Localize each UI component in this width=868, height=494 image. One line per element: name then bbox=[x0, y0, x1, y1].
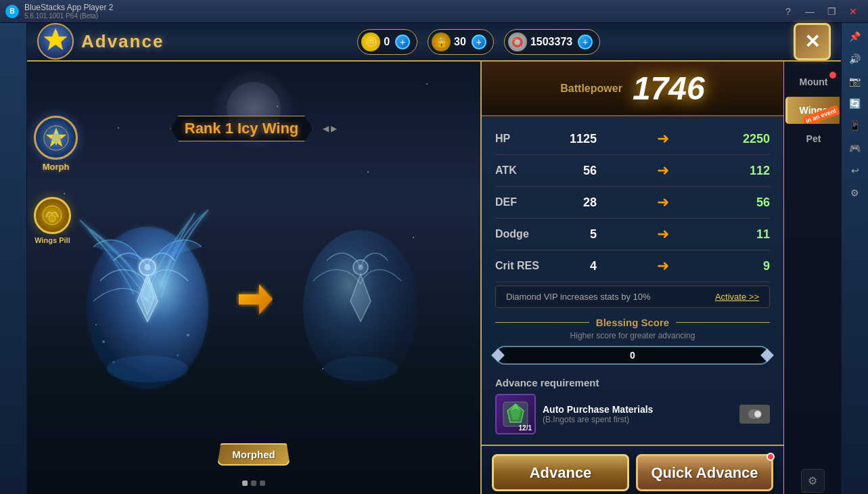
bs-tool-6[interactable]: 🎮 bbox=[845, 138, 865, 158]
top-bar: Advance 🪙 0 + 🔒 30 + ⭕ 1503373 bbox=[27, 23, 841, 62]
morphed-badge: Morphed bbox=[217, 443, 290, 466]
tab-mount[interactable]: Mount bbox=[785, 68, 840, 95]
req-toggle-button[interactable] bbox=[739, 405, 770, 424]
advance-icon bbox=[37, 23, 74, 60]
left-sidebar bbox=[0, 23, 27, 494]
bs-tool-7[interactable]: ↩ bbox=[845, 160, 865, 181]
req-info: Auto Purchase Materials (B.Ingots are sp… bbox=[543, 404, 733, 424]
req-item-name: Auto Purchase Materials bbox=[543, 404, 733, 415]
svg-point-15 bbox=[107, 355, 188, 382]
svg-point-25 bbox=[323, 357, 398, 381]
stat-val-dodge: 5 bbox=[556, 227, 597, 242]
gold-value: 0 bbox=[384, 36, 390, 48]
page-dot-2[interactable] bbox=[251, 480, 256, 486]
morph-badge bbox=[34, 116, 78, 160]
silver-currency: ⭕ 1503373 + bbox=[504, 29, 600, 55]
stat-row-atk: ATK 56 ➜ 112 bbox=[495, 155, 770, 187]
battlepower-header: Battlepower 1746 bbox=[482, 62, 783, 116]
blessing-title-text: Blessing Score bbox=[596, 317, 669, 328]
star-decoration bbox=[277, 106, 278, 107]
gold-currency: 🪙 0 + bbox=[357, 29, 417, 55]
settings-tool-icon[interactable]: ⚙ bbox=[801, 469, 825, 493]
blessing-subtitle: Higher score for greater advancing bbox=[495, 331, 770, 340]
left-wing-art bbox=[73, 206, 222, 396]
svg-point-5 bbox=[52, 134, 60, 142]
rank-title-badge: Rank 1 Icy Wing bbox=[170, 116, 313, 141]
page-dot-1[interactable] bbox=[242, 480, 248, 486]
next-wing bbox=[286, 206, 435, 396]
svg-point-19 bbox=[177, 354, 179, 356]
stat-val-hp: 1125 bbox=[556, 132, 597, 146]
help-button[interactable]: ? bbox=[779, 4, 798, 19]
game-content: Advance 🪙 0 + 🔒 30 + ⭕ 1503373 bbox=[27, 23, 841, 494]
svg-point-14 bbox=[144, 264, 151, 271]
app-version: 5.6.101.1001 P64 (Beta) bbox=[24, 12, 113, 20]
rank-title-container: Rank 1 Icy Wing ◀ ▶ bbox=[170, 116, 338, 141]
req-item-count: 12/1 bbox=[519, 424, 532, 432]
blessing-value: 0 bbox=[630, 350, 635, 361]
quick-advance-button[interactable]: Quick Advance bbox=[636, 454, 773, 491]
ingot-value: 30 bbox=[454, 36, 466, 48]
next-rank-arrow[interactable]: ▶ bbox=[331, 124, 337, 133]
mount-notification-dot bbox=[829, 72, 836, 78]
rank-nav-arrows: ◀ ▶ bbox=[323, 124, 337, 133]
advance-arrow-icon bbox=[235, 281, 273, 318]
stat-arrow-dodge: ➜ bbox=[603, 225, 723, 243]
tab-mount-label: Mount bbox=[791, 76, 836, 87]
progress-diamond-right bbox=[760, 349, 774, 362]
tab-wings[interactable]: Wings in an event bbox=[785, 97, 840, 124]
stat-arrow-def: ➜ bbox=[603, 194, 723, 211]
stat-row-def: DEF 28 ➜ 56 bbox=[495, 187, 770, 219]
stat-val-atk: 56 bbox=[556, 164, 597, 178]
vip-text: Diamond VIP increases stats by 10% bbox=[506, 292, 651, 302]
stats-panel: Battlepower 1746 HP 1125 ➜ 2250 ATK 56 bbox=[480, 62, 783, 494]
wings-container bbox=[27, 156, 480, 445]
stat-row-hp: HP 1125 ➜ 2250 bbox=[495, 123, 770, 155]
stat-val-critres: 4 bbox=[556, 259, 597, 273]
silver-add-button[interactable]: + bbox=[578, 35, 593, 49]
stat-new-critres: 9 bbox=[729, 259, 770, 273]
toggle-icon bbox=[748, 409, 762, 419]
stat-name-dodge: Dodge bbox=[495, 228, 549, 240]
tab-pet-label: Pet bbox=[791, 133, 836, 144]
blessing-section: Blessing Score Higher score for greater … bbox=[495, 311, 770, 374]
battlepower-value: 1746 bbox=[633, 70, 705, 107]
right-wing-art bbox=[286, 206, 435, 396]
bs-tool-5[interactable]: 📱 bbox=[845, 116, 865, 136]
tab-pet[interactable]: Pet bbox=[785, 125, 840, 152]
ingot-add-button[interactable]: + bbox=[472, 35, 486, 49]
title-bar-right: ? — ❐ ✕ bbox=[779, 4, 863, 19]
stat-val-def: 28 bbox=[556, 196, 597, 210]
close-window-button[interactable]: ✕ bbox=[844, 4, 863, 19]
gold-icon: 🪙 bbox=[361, 32, 380, 51]
bs-tool-1[interactable]: 📌 bbox=[845, 26, 865, 47]
vip-activate-button[interactable]: Activate >> bbox=[715, 292, 759, 302]
gold-add-button[interactable]: + bbox=[395, 35, 410, 49]
svg-point-18 bbox=[112, 361, 114, 363]
svg-point-16 bbox=[102, 340, 105, 343]
bs-tool-4[interactable]: 🔄 bbox=[845, 93, 865, 114]
stat-row-dodge: Dodge 5 ➜ 11 bbox=[495, 219, 770, 250]
page-dot-3[interactable] bbox=[260, 480, 265, 486]
stats-content: HP 1125 ➜ 2250 ATK 56 ➜ 112 DEF 28 ➜ bbox=[482, 116, 783, 445]
advance-button[interactable]: Advance bbox=[492, 454, 629, 491]
bs-tool-3[interactable]: 📷 bbox=[845, 71, 865, 91]
silver-value: 1503373 bbox=[530, 36, 572, 48]
vip-notice: Diamond VIP increases stats by 10% Activ… bbox=[495, 286, 770, 308]
quick-advance-notify-dot bbox=[767, 453, 775, 461]
close-panel-button[interactable]: ✕ bbox=[794, 23, 831, 60]
minimize-button[interactable]: — bbox=[800, 4, 819, 19]
battlepower-label: Battlepower bbox=[560, 83, 622, 95]
middle-content: Morph Wings Pill R bbox=[27, 62, 841, 494]
bs-tool-8[interactable]: ⚙ bbox=[845, 183, 865, 203]
title-bar-info: BlueStacks App Player 2 5.6.101.1001 P64… bbox=[24, 3, 113, 20]
bs-tool-2[interactable]: 🔊 bbox=[845, 49, 865, 69]
tool-icons: ⚙ bbox=[801, 469, 825, 494]
restore-button[interactable]: ❐ bbox=[822, 4, 841, 19]
prev-rank-arrow[interactable]: ◀ bbox=[323, 124, 329, 133]
advance-logo: Advance bbox=[37, 23, 164, 60]
bluestacks-right-panel: 📌 🔊 📷 🔄 📱 🎮 ↩ ⚙ bbox=[841, 23, 868, 494]
advance-arrow bbox=[235, 281, 273, 321]
req-title: Advance requirement bbox=[495, 377, 770, 388]
stat-name-hp: HP bbox=[495, 133, 549, 145]
